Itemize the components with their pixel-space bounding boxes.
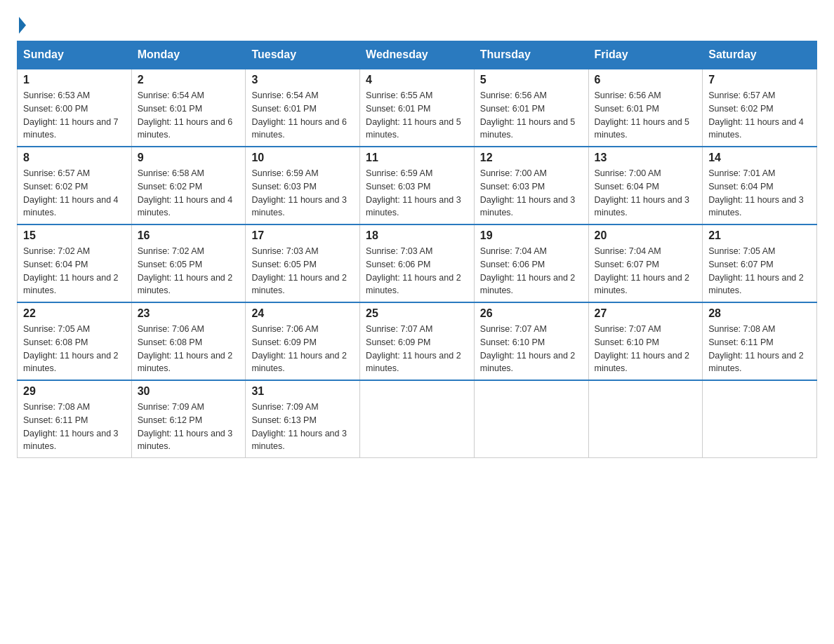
calendar-cell: 28 Sunrise: 7:08 AMSunset: 6:11 PMDaylig… (703, 302, 817, 380)
calendar-cell: 21 Sunrise: 7:05 AMSunset: 6:07 PMDaylig… (703, 224, 817, 302)
calendar-cell: 2 Sunrise: 6:54 AMSunset: 6:01 PMDayligh… (131, 69, 246, 147)
calendar-week-row: 29 Sunrise: 7:08 AMSunset: 6:11 PMDaylig… (18, 380, 817, 458)
day-number: 4 (366, 74, 468, 86)
day-info: Sunrise: 7:08 AMSunset: 6:11 PMDaylight:… (708, 323, 811, 375)
day-info: Sunrise: 6:54 AMSunset: 6:01 PMDaylight:… (251, 89, 354, 142)
day-info: Sunrise: 6:56 AMSunset: 6:01 PMDaylight:… (480, 89, 583, 142)
day-number: 30 (138, 385, 240, 398)
weekday-header-sunday: Sunday (18, 41, 132, 69)
day-number: 17 (251, 229, 354, 242)
day-number: 12 (480, 152, 583, 164)
calendar-cell: 18 Sunrise: 7:03 AMSunset: 6:06 PMDaylig… (360, 224, 475, 302)
calendar-cell: 27 Sunrise: 7:07 AMSunset: 6:10 PMDaylig… (588, 302, 703, 380)
calendar-cell: 15 Sunrise: 7:02 AMSunset: 6:04 PMDaylig… (18, 224, 132, 302)
logo-triangle-icon (19, 17, 26, 34)
day-number: 20 (595, 229, 697, 242)
day-info: Sunrise: 7:03 AMSunset: 6:06 PMDaylight:… (366, 245, 468, 297)
calendar-cell: 13 Sunrise: 7:00 AMSunset: 6:04 PMDaylig… (588, 147, 703, 224)
calendar-week-row: 1 Sunrise: 6:53 AMSunset: 6:00 PMDayligh… (18, 69, 817, 147)
calendar-cell: 9 Sunrise: 6:58 AMSunset: 6:02 PMDayligh… (131, 147, 246, 224)
day-info: Sunrise: 7:09 AMSunset: 6:12 PMDaylight:… (138, 401, 240, 453)
day-info: Sunrise: 6:53 AMSunset: 6:00 PMDaylight:… (23, 89, 126, 142)
day-info: Sunrise: 7:02 AMSunset: 6:05 PMDaylight:… (138, 245, 240, 297)
calendar-cell: 19 Sunrise: 7:04 AMSunset: 6:06 PMDaylig… (474, 224, 588, 302)
day-number: 8 (23, 152, 126, 164)
day-info: Sunrise: 7:02 AMSunset: 6:04 PMDaylight:… (23, 245, 126, 297)
calendar-cell: 29 Sunrise: 7:08 AMSunset: 6:11 PMDaylig… (18, 380, 132, 458)
calendar-table: SundayMondayTuesdayWednesdayThursdayFrid… (17, 41, 817, 458)
day-info: Sunrise: 7:05 AMSunset: 6:08 PMDaylight:… (23, 323, 126, 375)
calendar-cell: 3 Sunrise: 6:54 AMSunset: 6:01 PMDayligh… (246, 69, 360, 147)
day-number: 31 (251, 385, 354, 398)
day-number: 11 (366, 152, 468, 164)
day-info: Sunrise: 7:07 AMSunset: 6:10 PMDaylight:… (595, 323, 697, 375)
day-info: Sunrise: 7:07 AMSunset: 6:09 PMDaylight:… (366, 323, 468, 375)
day-info: Sunrise: 6:58 AMSunset: 6:02 PMDaylight:… (138, 167, 240, 220)
day-info: Sunrise: 7:03 AMSunset: 6:05 PMDaylight:… (251, 245, 354, 297)
day-number: 18 (366, 229, 468, 242)
day-number: 19 (480, 229, 583, 242)
day-info: Sunrise: 7:00 AMSunset: 6:03 PMDaylight:… (480, 167, 583, 220)
calendar-cell: 7 Sunrise: 6:57 AMSunset: 6:02 PMDayligh… (703, 69, 817, 147)
calendar-cell: 1 Sunrise: 6:53 AMSunset: 6:00 PMDayligh… (18, 69, 132, 147)
calendar-cell: 10 Sunrise: 6:59 AMSunset: 6:03 PMDaylig… (246, 147, 360, 224)
calendar-cell (588, 380, 703, 458)
day-info: Sunrise: 6:54 AMSunset: 6:01 PMDaylight:… (138, 89, 240, 142)
day-number: 24 (251, 307, 354, 320)
day-info: Sunrise: 7:05 AMSunset: 6:07 PMDaylight:… (708, 245, 811, 297)
calendar-cell: 17 Sunrise: 7:03 AMSunset: 6:05 PMDaylig… (246, 224, 360, 302)
weekday-header-tuesday: Tuesday (246, 41, 360, 69)
calendar-cell: 6 Sunrise: 6:56 AMSunset: 6:01 PMDayligh… (588, 69, 703, 147)
day-number: 21 (708, 229, 811, 242)
calendar-cell: 20 Sunrise: 7:04 AMSunset: 6:07 PMDaylig… (588, 224, 703, 302)
weekday-header-friday: Friday (588, 41, 703, 69)
day-info: Sunrise: 6:57 AMSunset: 6:02 PMDaylight:… (708, 89, 811, 142)
day-number: 10 (251, 152, 354, 164)
calendar-cell: 25 Sunrise: 7:07 AMSunset: 6:09 PMDaylig… (360, 302, 475, 380)
day-info: Sunrise: 6:59 AMSunset: 6:03 PMDaylight:… (251, 167, 354, 220)
calendar-cell: 4 Sunrise: 6:55 AMSunset: 6:01 PMDayligh… (360, 69, 475, 147)
weekday-header-monday: Monday (131, 41, 246, 69)
weekday-header-row: SundayMondayTuesdayWednesdayThursdayFrid… (18, 41, 817, 69)
calendar-cell: 5 Sunrise: 6:56 AMSunset: 6:01 PMDayligh… (474, 69, 588, 147)
day-number: 6 (595, 74, 697, 86)
weekday-header-saturday: Saturday (703, 41, 817, 69)
day-number: 29 (23, 385, 126, 398)
calendar-cell: 14 Sunrise: 7:01 AMSunset: 6:04 PMDaylig… (703, 147, 817, 224)
day-info: Sunrise: 6:59 AMSunset: 6:03 PMDaylight:… (366, 167, 468, 220)
day-number: 14 (708, 152, 811, 164)
calendar-cell (360, 380, 475, 458)
day-number: 22 (23, 307, 126, 320)
calendar-cell: 11 Sunrise: 6:59 AMSunset: 6:03 PMDaylig… (360, 147, 475, 224)
calendar-week-row: 15 Sunrise: 7:02 AMSunset: 6:04 PMDaylig… (18, 224, 817, 302)
day-number: 13 (595, 152, 697, 164)
day-info: Sunrise: 6:55 AMSunset: 6:01 PMDaylight:… (366, 89, 468, 142)
page-header (17, 17, 817, 34)
day-info: Sunrise: 7:09 AMSunset: 6:13 PMDaylight:… (251, 401, 354, 453)
calendar-cell: 23 Sunrise: 7:06 AMSunset: 6:08 PMDaylig… (131, 302, 246, 380)
day-info: Sunrise: 7:00 AMSunset: 6:04 PMDaylight:… (595, 167, 697, 220)
day-number: 5 (480, 74, 583, 86)
day-number: 3 (251, 74, 354, 86)
day-number: 23 (138, 307, 240, 320)
calendar-cell: 8 Sunrise: 6:57 AMSunset: 6:02 PMDayligh… (18, 147, 132, 224)
day-info: Sunrise: 7:06 AMSunset: 6:09 PMDaylight:… (251, 323, 354, 375)
day-number: 16 (138, 229, 240, 242)
day-number: 7 (708, 74, 811, 86)
day-number: 2 (138, 74, 240, 86)
day-number: 15 (23, 229, 126, 242)
weekday-header-thursday: Thursday (474, 41, 588, 69)
day-info: Sunrise: 7:01 AMSunset: 6:04 PMDaylight:… (708, 167, 811, 220)
calendar-cell: 12 Sunrise: 7:00 AMSunset: 6:03 PMDaylig… (474, 147, 588, 224)
day-number: 25 (366, 307, 468, 320)
day-info: Sunrise: 7:06 AMSunset: 6:08 PMDaylight:… (138, 323, 240, 375)
logo (17, 17, 26, 34)
calendar-cell: 30 Sunrise: 7:09 AMSunset: 6:12 PMDaylig… (131, 380, 246, 458)
calendar-week-row: 8 Sunrise: 6:57 AMSunset: 6:02 PMDayligh… (18, 147, 817, 224)
day-info: Sunrise: 7:04 AMSunset: 6:07 PMDaylight:… (595, 245, 697, 297)
day-info: Sunrise: 7:04 AMSunset: 6:06 PMDaylight:… (480, 245, 583, 297)
day-info: Sunrise: 6:56 AMSunset: 6:01 PMDaylight:… (595, 89, 697, 142)
calendar-cell (703, 380, 817, 458)
day-info: Sunrise: 7:07 AMSunset: 6:10 PMDaylight:… (480, 323, 583, 375)
weekday-header-wednesday: Wednesday (360, 41, 475, 69)
